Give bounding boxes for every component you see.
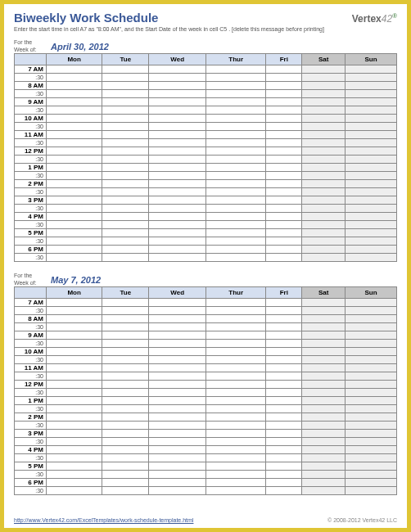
schedule-cell[interactable] — [102, 82, 149, 90]
schedule-cell[interactable] — [345, 438, 396, 446]
schedule-cell[interactable] — [302, 246, 346, 254]
schedule-cell[interactable] — [47, 356, 102, 364]
schedule-cell[interactable] — [266, 213, 302, 221]
schedule-cell[interactable] — [266, 82, 302, 90]
schedule-cell[interactable] — [302, 462, 346, 471]
schedule-cell[interactable] — [102, 229, 149, 237]
schedule-cell[interactable] — [302, 299, 346, 307]
schedule-cell[interactable] — [302, 221, 346, 229]
schedule-cell[interactable] — [302, 254, 346, 262]
schedule-cell[interactable] — [47, 254, 102, 262]
schedule-cell[interactable] — [345, 471, 396, 479]
schedule-cell[interactable] — [149, 315, 206, 323]
schedule-cell[interactable] — [102, 405, 149, 413]
schedule-cell[interactable] — [47, 188, 102, 196]
schedule-cell[interactable] — [47, 172, 102, 180]
schedule-cell[interactable] — [102, 446, 149, 454]
schedule-cell[interactable] — [345, 315, 396, 323]
schedule-cell[interactable] — [102, 307, 149, 315]
schedule-cell[interactable] — [206, 364, 265, 372]
schedule-cell[interactable] — [47, 237, 102, 246]
schedule-cell[interactable] — [302, 422, 346, 430]
schedule-cell[interactable] — [345, 74, 396, 82]
schedule-cell[interactable] — [149, 364, 206, 372]
schedule-cell[interactable] — [102, 106, 149, 115]
schedule-cell[interactable] — [206, 74, 265, 82]
schedule-cell[interactable] — [345, 221, 396, 229]
schedule-cell[interactable] — [47, 397, 102, 405]
schedule-cell[interactable] — [47, 315, 102, 323]
schedule-cell[interactable] — [102, 205, 149, 213]
schedule-cell[interactable] — [149, 164, 206, 172]
schedule-cell[interactable] — [102, 221, 149, 229]
schedule-cell[interactable] — [302, 90, 346, 98]
schedule-cell[interactable] — [302, 487, 346, 495]
schedule-cell[interactable] — [206, 372, 265, 381]
schedule-cell[interactable] — [149, 405, 206, 413]
schedule-cell[interactable] — [206, 479, 265, 487]
schedule-cell[interactable] — [266, 299, 302, 307]
schedule-cell[interactable] — [102, 454, 149, 462]
schedule-cell[interactable] — [266, 340, 302, 348]
schedule-cell[interactable] — [149, 221, 206, 229]
schedule-cell[interactable] — [149, 331, 206, 340]
schedule-cell[interactable] — [302, 331, 346, 340]
schedule-cell[interactable] — [302, 196, 346, 205]
schedule-cell[interactable] — [345, 454, 396, 462]
schedule-cell[interactable] — [206, 156, 265, 164]
schedule-cell[interactable] — [206, 487, 265, 495]
schedule-cell[interactable] — [47, 90, 102, 98]
schedule-cell[interactable] — [102, 413, 149, 422]
schedule-cell[interactable] — [266, 139, 302, 147]
schedule-cell[interactable] — [102, 254, 149, 262]
schedule-cell[interactable] — [266, 422, 302, 430]
schedule-cell[interactable] — [102, 180, 149, 188]
schedule-cell[interactable] — [102, 164, 149, 172]
schedule-cell[interactable] — [47, 156, 102, 164]
schedule-cell[interactable] — [149, 389, 206, 397]
schedule-cell[interactable] — [302, 123, 346, 131]
schedule-cell[interactable] — [345, 139, 396, 147]
schedule-cell[interactable] — [102, 397, 149, 405]
schedule-cell[interactable] — [266, 397, 302, 405]
schedule-cell[interactable] — [345, 229, 396, 237]
schedule-cell[interactable] — [149, 139, 206, 147]
schedule-cell[interactable] — [149, 397, 206, 405]
schedule-cell[interactable] — [345, 405, 396, 413]
schedule-cell[interactable] — [302, 172, 346, 180]
schedule-cell[interactable] — [206, 413, 265, 422]
schedule-cell[interactable] — [266, 454, 302, 462]
schedule-cell[interactable] — [345, 156, 396, 164]
schedule-cell[interactable] — [345, 331, 396, 340]
schedule-cell[interactable] — [206, 348, 265, 356]
schedule-cell[interactable] — [266, 106, 302, 115]
schedule-cell[interactable] — [102, 139, 149, 147]
schedule-cell[interactable] — [302, 229, 346, 237]
schedule-cell[interactable] — [102, 487, 149, 495]
schedule-cell[interactable] — [47, 147, 102, 156]
schedule-cell[interactable] — [206, 221, 265, 229]
schedule-cell[interactable] — [266, 487, 302, 495]
schedule-cell[interactable] — [47, 479, 102, 487]
schedule-cell[interactable] — [102, 90, 149, 98]
schedule-cell[interactable] — [345, 65, 396, 74]
schedule-cell[interactable] — [149, 147, 206, 156]
schedule-cell[interactable] — [302, 65, 346, 74]
schedule-cell[interactable] — [102, 131, 149, 139]
schedule-cell[interactable] — [302, 188, 346, 196]
schedule-cell[interactable] — [149, 356, 206, 364]
schedule-cell[interactable] — [206, 422, 265, 430]
schedule-cell[interactable] — [345, 213, 396, 221]
schedule-cell[interactable] — [102, 98, 149, 106]
schedule-cell[interactable] — [266, 229, 302, 237]
schedule-cell[interactable] — [266, 131, 302, 139]
schedule-cell[interactable] — [206, 106, 265, 115]
schedule-cell[interactable] — [206, 307, 265, 315]
schedule-cell[interactable] — [302, 340, 346, 348]
schedule-cell[interactable] — [266, 205, 302, 213]
schedule-cell[interactable] — [149, 323, 206, 331]
schedule-cell[interactable] — [47, 323, 102, 331]
schedule-cell[interactable] — [345, 196, 396, 205]
schedule-cell[interactable] — [206, 246, 265, 254]
schedule-cell[interactable] — [47, 246, 102, 254]
